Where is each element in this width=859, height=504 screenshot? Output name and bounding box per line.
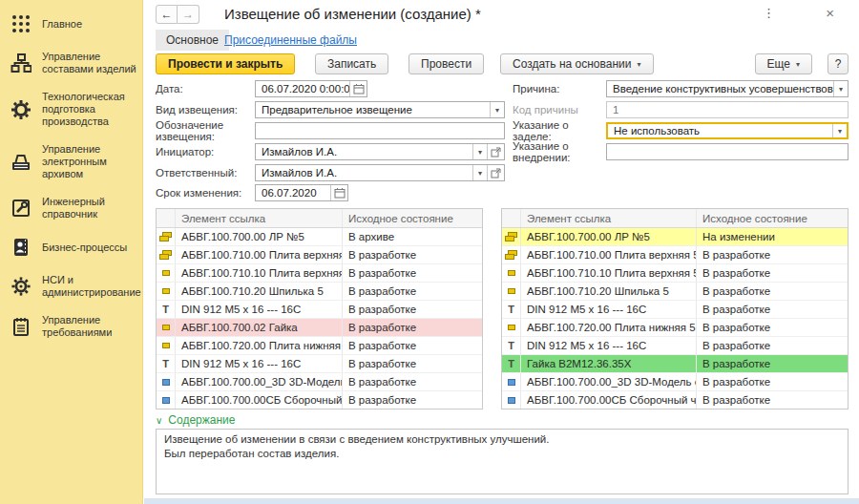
- close-icon[interactable]: ×: [822, 3, 838, 23]
- sidebar-item-3[interactable]: Управление электронным архивом: [0, 136, 142, 188]
- content-section-header[interactable]: ∨ Содержание: [156, 413, 235, 427]
- backlog-label: Указание о заделе:: [513, 119, 606, 142]
- open-link-icon[interactable]: [487, 144, 504, 159]
- table-row[interactable]: ТDIN 912 M5 x 16 --- 16СВ разработке: [502, 337, 848, 355]
- table-row[interactable]: АБВГ.100.710.00 Плита верхняя 5 в сбореВ…: [502, 246, 848, 264]
- element-name: АБВГ.100.710.10 Плита верхняя 5: [176, 264, 343, 282]
- table-row[interactable]: АБВГ.100.700.00СБ Сборочный чертежВ разр…: [502, 391, 848, 410]
- element-state: В архиве: [343, 231, 482, 242]
- table-row[interactable]: АБВГ.100.700.00_3D 3D-Модель сборкиВ раз…: [502, 373, 848, 391]
- collapse-chevron-icon: ∨: [156, 415, 162, 426]
- post-button[interactable]: Провести: [409, 53, 484, 74]
- sidebar-item-label: Главное: [42, 18, 82, 31]
- element-column-header: Элемент ссылка: [521, 209, 697, 227]
- sidebar: ГлавноеУправление составами изделийТехно…: [0, 0, 143, 504]
- element-state: В разработке: [343, 285, 482, 297]
- tab-attached-files[interactable]: Присоединенные файлы: [224, 33, 357, 47]
- sidebar-item-7[interactable]: Управление требованиями: [0, 306, 142, 346]
- table-row[interactable]: АБВГ.100.720.00 Плита нижняя 5В разработ…: [502, 319, 848, 337]
- sidebar-item-4[interactable]: Инженерный справочник: [0, 188, 142, 228]
- change-term-field[interactable]: 06.07.2020: [255, 184, 348, 201]
- archive-icon: [9, 151, 33, 174]
- chevron-down-icon[interactable]: ▾: [833, 81, 848, 96]
- table-row[interactable]: АБВГ.100.720.00 Плита нижняя 5В разработ…: [157, 337, 482, 355]
- post-and-close-button[interactable]: Провести и закрыть: [156, 53, 295, 74]
- calendar-icon[interactable]: [349, 81, 367, 96]
- create-based-on-button[interactable]: Создать на основании ▾: [500, 53, 654, 74]
- table-row[interactable]: ТDIN 912 M5 x 16 --- 16СВ разработке: [502, 301, 848, 319]
- field-row-initiator: Инициатор: Измайлов И.А. ▾: [156, 143, 505, 160]
- table-row[interactable]: АБВГ.100.710.20 Шпилька 5В разработке: [157, 283, 482, 301]
- table-row[interactable]: АБВГ.100.700.00 ЛР №5На изменении: [502, 228, 848, 246]
- document-icon: [502, 373, 521, 390]
- open-link-icon[interactable]: [487, 165, 504, 180]
- kebab-menu-icon[interactable]: ⋮: [759, 4, 779, 22]
- chevron-down-icon[interactable]: ▾: [472, 144, 487, 159]
- chevron-down-icon[interactable]: ▾: [472, 165, 487, 180]
- table-row[interactable]: АБВГ.100.700.00 ЛР №5В архиве: [157, 228, 482, 246]
- table-row[interactable]: АБВГ.100.710.10 Плита верхняя 5В разрабо…: [157, 264, 482, 283]
- table-row[interactable]: АБВГ.100.700.02 ГайкаВ разработке: [157, 319, 482, 337]
- element-state: В разработке: [343, 376, 482, 388]
- table-row[interactable]: ТDIN 912 M5 x 16 --- 16СВ разработке: [157, 301, 482, 319]
- sidebar-item-2[interactable]: Технологическая подготовка производства: [0, 83, 142, 136]
- document-icon: [157, 373, 176, 390]
- sidebar-item-1[interactable]: Управление составами изделий: [0, 43, 142, 83]
- page-title: Извещение об изменении (создание) *: [224, 6, 481, 22]
- back-button[interactable]: ←: [156, 5, 178, 24]
- table-row[interactable]: АБВГ.100.710.00 Плита верхняя 5 в сбореВ…: [157, 246, 482, 264]
- date-field[interactable]: 06.07.2020 0:00:00: [255, 80, 367, 97]
- fastener-icon: Т: [157, 355, 176, 372]
- reason-code-label: Код причины: [513, 104, 606, 116]
- chevron-down-icon[interactable]: ▾: [490, 102, 504, 117]
- responsible-label: Ответственный:: [156, 167, 255, 178]
- field-row-date: Дата: 06.07.2020 0:00:00: [156, 80, 505, 97]
- element-name: АБВГ.100.700.00_3D 3D-Модель сборки: [176, 373, 343, 390]
- forward-button[interactable]: →: [178, 5, 199, 24]
- sidebar-item-label: Инженерный справочник: [42, 196, 138, 220]
- part-icon: [157, 337, 176, 354]
- gear-icon: [9, 275, 33, 298]
- field-row-designation: Обозначение извещения:: [156, 122, 505, 139]
- element-name: АБВГ.100.700.02 Гайка: [176, 319, 343, 336]
- element-name: АБВГ.100.700.00 ЛР №5: [521, 228, 697, 245]
- sidebar-item-6[interactable]: НСИ и администрирование: [0, 266, 142, 306]
- table-row[interactable]: ТГайка В2М12.36.35ХВ разработке: [502, 355, 848, 373]
- reason-combo[interactable]: Введение конструктивных усовершенствован…: [606, 80, 849, 97]
- tab-main[interactable]: Основное: [156, 30, 229, 51]
- initiator-combo[interactable]: Измайлов И.А. ▾: [255, 143, 505, 160]
- sidebar-item-5[interactable]: Бизнес-процессы: [0, 228, 142, 266]
- element-state: В разработке: [343, 304, 482, 315]
- change-term-value: 06.07.2020: [256, 187, 330, 199]
- table-row[interactable]: АБВГ.100.710.10 Плита верхняя 5В разрабо…: [502, 264, 848, 283]
- more-button[interactable]: Еще ▾: [755, 53, 812, 74]
- table-row[interactable]: АБВГ.100.710.20 Шпилька 5В разработке: [502, 283, 848, 301]
- element-state: В разработке: [343, 322, 482, 333]
- field-row-notice-type: Вид извещения: Предварительное извещение…: [156, 101, 505, 118]
- responsible-combo[interactable]: Измайлов И.А. ▾: [255, 164, 505, 181]
- designation-input[interactable]: [255, 122, 505, 139]
- change-term-label: Срок изменения:: [156, 187, 255, 199]
- element-state: На изменении: [697, 231, 848, 242]
- notice-type-combo[interactable]: Предварительное извещение ▾: [255, 101, 505, 118]
- table-row[interactable]: АБВГ.100.700.00_3D 3D-Модель сборкиВ раз…: [157, 373, 482, 391]
- table-row[interactable]: АБВГ.100.700.00СБ Сборочный чертежВ разр…: [157, 391, 482, 410]
- implementation-input[interactable]: [606, 143, 849, 160]
- chevron-down-icon[interactable]: ▾: [832, 124, 847, 137]
- sidebar-item-0[interactable]: Главное: [0, 5, 142, 43]
- chevron-down-icon: ▾: [796, 60, 800, 69]
- toolbar: Провести и закрыть Записать Провести Соз…: [156, 53, 849, 76]
- element-name: АБВГ.100.710.00 Плита верхняя 5 в сборе: [176, 246, 343, 263]
- help-button[interactable]: ?: [828, 53, 849, 74]
- save-button[interactable]: Записать: [315, 53, 388, 74]
- reason-code-input[interactable]: [606, 101, 849, 118]
- content-textarea[interactable]: Извещение об изменении в связи с введени…: [156, 429, 849, 494]
- table-header: Элемент ссылка Исходное состояние: [502, 209, 848, 228]
- table-row[interactable]: ТDIN 912 M5 x 16 --- 16СВ разработке: [157, 355, 482, 373]
- backlog-combo[interactable]: Не использовать ▾: [606, 122, 849, 139]
- element-name: АБВГ.100.700.00 ЛР №5: [176, 228, 343, 245]
- part-icon: [502, 283, 521, 300]
- calendar-icon[interactable]: [330, 185, 347, 200]
- element-state: В разработке: [697, 358, 848, 369]
- fastener-icon: Т: [157, 301, 176, 318]
